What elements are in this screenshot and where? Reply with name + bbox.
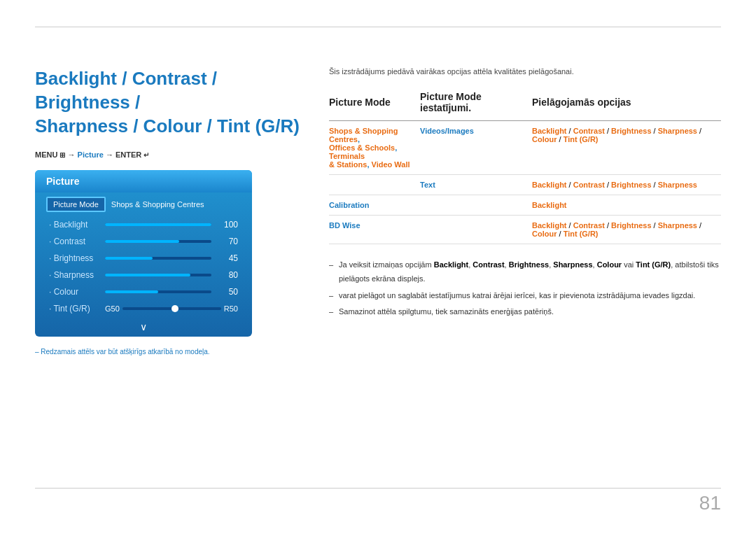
row2-options: Backlight / Contrast / Brightness / Shar… [532,175,721,195]
tint-left-value: G50 [105,304,120,313]
row4-mode: BD Wise [329,216,420,244]
colour-value: 50 [217,287,238,297]
row2-mode [329,175,420,195]
contrast-track[interactable] [105,240,211,243]
backlight-label: Backlight [49,220,99,230]
picture-mode-row[interactable]: Picture Mode Shops & Shopping Centres [35,192,252,216]
note-1: Ja veiksit izmaiņas opcijām Backlight, C… [329,258,721,286]
chevron-down-icon: ∨ [140,321,147,332]
row2-setting: Text [420,175,532,195]
brightness-value: 45 [217,253,238,263]
picture-mode-value: Shops & Shopping Centres [111,200,204,209]
panel-header: Picture [35,170,252,192]
row4-setting [420,216,532,244]
top-rule [35,27,721,27]
sharpness-slider-row[interactable]: Sharpness 80 [35,267,252,283]
sharpness-label: Sharpness [49,270,99,280]
backlight-track[interactable] [105,223,211,226]
table-row: Text Backlight / Contrast / Brightness /… [329,175,721,195]
sharpness-track[interactable] [105,274,211,276]
tint-label: Tint (G/R) [49,304,99,314]
picture-mode-label: Picture Mode [46,197,106,212]
brightness-label: Brightness [49,253,99,263]
colour-track[interactable] [105,290,211,293]
brightness-track[interactable] [105,257,211,260]
table-row: Calibration Backlight [329,195,721,216]
col-header-options: Pielāgojamās opcijas [532,87,721,121]
row1-options: Backlight / Contrast / Brightness / Shar… [532,121,721,175]
col-header-mode: Picture Mode [329,87,420,121]
table-row: Shops & Shopping Centres, Offices & Scho… [329,121,721,175]
bottom-note: – Redzamais attēls var būt atšķirīgs atk… [35,348,301,356]
colour-slider-row[interactable]: Colour 50 [35,283,252,300]
contrast-label: Contrast [49,237,99,246]
row3-mode: Calibration [329,195,420,216]
row3-options: Backlight [532,195,721,216]
note-3: Samazinot attēla spilgtumu, tiek samazin… [329,305,721,319]
sharpness-value: 80 [217,270,238,280]
table-row: BD Wise Backlight / Contrast / Brightnes… [329,216,721,244]
row4-options: Backlight / Contrast / Brightness / Shar… [532,216,721,244]
page-number: 81 [699,492,721,514]
note-2: varat pielāgot un saglabāt iestatījumus … [329,289,721,303]
contrast-slider-row[interactable]: Contrast 70 [35,233,252,250]
menu-instruction: MENU ⊞ → Picture → ENTER ↵ [35,150,301,159]
row1-setting: Videos/Images [420,121,532,175]
picture-panel: Picture Picture Mode Shops & Shopping Ce… [35,170,252,337]
bottom-rule [35,488,721,489]
page-title: Backlight / Contrast / Brightness / Shar… [35,67,301,138]
tint-track[interactable] [122,307,221,310]
tint-row[interactable]: Tint (G/R) G50 R50 [35,300,252,317]
brightness-slider-row[interactable]: Brightness 45 [35,250,252,267]
row1-mode: Shops & Shopping Centres, Offices & Scho… [329,121,420,175]
row3-setting [420,195,532,216]
tint-right-value: R50 [224,304,238,313]
notes-area: Ja veiksit izmaiņas opcijām Backlight, C… [329,258,721,319]
backlight-slider-row[interactable]: Backlight 100 [35,216,252,233]
col-header-setting: Picture Mode iestatījumi. [420,87,532,121]
tint-thumb [172,305,178,312]
contrast-value: 70 [217,237,238,246]
colour-label: Colour [49,287,99,297]
backlight-value: 100 [217,220,238,230]
info-table: Picture Mode Picture Mode iestatījumi. P… [329,87,721,244]
intro-text: Šis izstrādājums piedāvā vairākas opcija… [329,67,721,76]
chevron-row[interactable]: ∨ [35,317,252,337]
